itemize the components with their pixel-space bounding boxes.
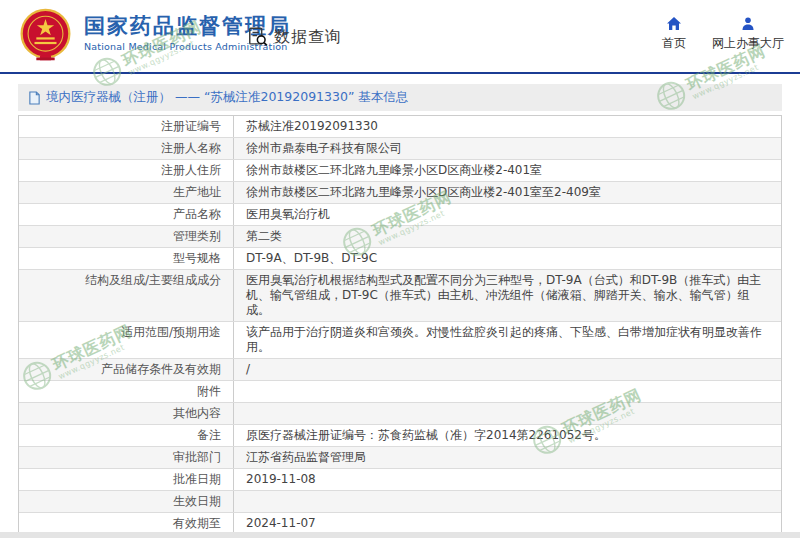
row-value: 苏械注准20192091330 (234, 116, 781, 137)
row-label: 适用范围/预期用途 (19, 322, 234, 358)
breadcrumb-text: 境内医疗器械（注册） —— “苏械注准20192091330” 基本信息 (46, 89, 408, 106)
table-row: 管理类别 第二类 (19, 226, 781, 248)
table-row: 批准日期 2019-11-08 (19, 469, 781, 491)
row-label: 注册人住所 (19, 160, 234, 181)
table-row: 审批部门 江苏省药品监督管理局 (19, 447, 781, 469)
row-value: 徐州市鼓楼区二环北路九里峰景小区D区商业楼2-401室至2-409室 (234, 182, 781, 203)
table-row: 结构及组成/主要组成成分 医用臭氧治疗机根据结构型式及配置不同分为三种型号，DT… (19, 270, 781, 322)
top-nav: 首页 网上办事大厅 (662, 16, 784, 52)
row-label: 有效期至 (19, 513, 234, 534)
row-label: 产品储存条件及有效期 (19, 359, 234, 380)
breadcrumb: 境内医疗器械（注册） —— “苏械注准20192091330” 基本信息 (18, 84, 782, 111)
row-value: 2024-11-07 (234, 513, 781, 534)
table-row: 注册人住所 徐州市鼓楼区二环北路九里峰景小区D区商业楼2-401室 (19, 160, 781, 182)
nav-label-home: 首页 (662, 35, 686, 52)
table-row: 产品名称 医用臭氧治疗机 (19, 204, 781, 226)
row-label: 产品名称 (19, 204, 234, 225)
row-value (234, 491, 781, 512)
row-label: 生效日期 (19, 491, 234, 512)
table-row: 生产地址 徐州市鼓楼区二环北路九里峰景小区D区商业楼2-401室至2-409室 (19, 182, 781, 204)
row-label: 批准日期 (19, 469, 234, 490)
table-row: 备注 原医疗器械注册证编号：苏食药监械（准）字2014第2261052号。 (19, 425, 781, 447)
row-label: 结构及组成/主要组成成分 (19, 270, 234, 321)
nav-item-home[interactable]: 首页 (662, 16, 686, 52)
table-row: 注册证编号 苏械注准20192091330 (19, 116, 781, 138)
page-icon (28, 91, 41, 105)
table-row: 生效日期 (19, 491, 781, 513)
row-value: 徐州市鼎泰电子科技有限公司 (234, 138, 781, 159)
info-table: 注册证编号 苏械注准20192091330 注册人名称 徐州市鼎泰电子科技有限公… (18, 115, 782, 538)
row-label: 附件 (19, 381, 234, 402)
national-emblem-logo (18, 8, 73, 63)
footer-strip (0, 532, 800, 538)
user-icon (740, 16, 756, 32)
site-header: 国家药品监督管理局 National Medical Products Admi… (0, 0, 800, 74)
row-label: 审批部门 (19, 447, 234, 468)
row-value: 原医疗器械注册证编号：苏食药监械（准）字2014第2261052号。 (234, 425, 781, 446)
row-label: 生产地址 (19, 182, 234, 203)
row-value (234, 381, 781, 402)
document-search-icon (247, 26, 269, 48)
row-value: 医用臭氧治疗机 (234, 204, 781, 225)
row-label: 注册证编号 (19, 116, 234, 137)
row-value: 医用臭氧治疗机根据结构型式及配置不同分为三种型号，DT-9A（台式）和DT-9B… (234, 270, 781, 321)
row-value: 第二类 (234, 226, 781, 247)
row-value: / (234, 359, 781, 380)
row-label: 备注 (19, 425, 234, 446)
table-row: 型号规格 DT-9A、DT-9B、DT-9C (19, 248, 781, 270)
nav-label-service-hall: 网上办事大厅 (712, 35, 784, 52)
data-query-label: 数据查询 (274, 27, 342, 48)
nav-item-service-hall[interactable]: 网上办事大厅 (712, 16, 784, 52)
table-row: 注册人名称 徐州市鼎泰电子科技有限公司 (19, 138, 781, 160)
row-label: 管理类别 (19, 226, 234, 247)
row-label: 注册人名称 (19, 138, 234, 159)
table-row: 其他内容 (19, 403, 781, 425)
row-value: 江苏省药品监督管理局 (234, 447, 781, 468)
row-value: DT-9A、DT-9B、DT-9C (234, 248, 781, 269)
row-label: 型号规格 (19, 248, 234, 269)
row-value (234, 403, 781, 424)
row-label: 其他内容 (19, 403, 234, 424)
home-icon (666, 16, 682, 32)
table-row: 产品储存条件及有效期 / (19, 359, 781, 381)
table-row: 附件 (19, 381, 781, 403)
row-value: 徐州市鼓楼区二环北路九里峰景小区D区商业楼2-401室 (234, 160, 781, 181)
data-query-title: 数据查询 (247, 26, 342, 48)
row-value: 2019-11-08 (234, 469, 781, 490)
table-row: 适用范围/预期用途 该产品用于治疗阴道炎和宫颈炎。对慢性盆腔炎引起的疼痛、下坠感… (19, 322, 781, 359)
row-value: 该产品用于治疗阴道炎和宫颈炎。对慢性盆腔炎引起的疼痛、下坠感、白带增加症状有明显… (234, 322, 781, 358)
